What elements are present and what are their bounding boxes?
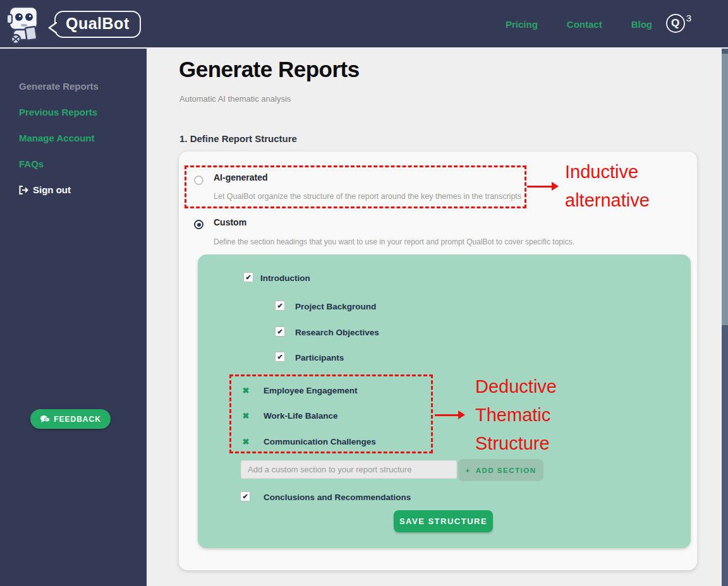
checkbox-conclusions[interactable]: ✔ <box>240 491 250 501</box>
checkbox-participants[interactable]: ✔ <box>275 352 285 362</box>
nav-link-contact[interactable]: Contact <box>567 19 602 30</box>
vertical-scrollbar[interactable] <box>722 49 728 586</box>
custom-structure-panel: ✔ Introduction ✔ Project Background ✔ Re… <box>198 254 691 548</box>
custom-section-work-life-balance: Work-Life Balance <box>264 411 338 421</box>
checkbox-project-background[interactable]: ✔ <box>275 301 285 311</box>
brand[interactable]: QualBot <box>5 3 141 45</box>
radio-ai-generated-description: Let QualBot organize the structure of th… <box>214 192 521 201</box>
annotation-inductive-arrow-icon <box>527 186 552 188</box>
credits-badge[interactable]: Q 3 <box>666 14 691 33</box>
radio-custom-label: Custom <box>214 217 246 227</box>
q-coin-icon: Q <box>666 14 685 33</box>
checkbox-participants-label: Participants <box>295 353 344 362</box>
remove-section-icon[interactable]: ✖ <box>241 436 251 446</box>
annotation-inductive-label: Inductive alternative <box>565 158 669 215</box>
checkbox-research-objectives-label: Research Objectives <box>295 328 379 337</box>
top-navbar: QualBot Pricing Contact Blog Q 3 <box>0 0 728 49</box>
radio-custom-description: Define the section headings that you wan… <box>214 237 574 246</box>
feedback-button[interactable]: FEEDBACK <box>30 409 111 429</box>
annotation-deductive-arrow-icon <box>435 414 459 416</box>
checkbox-research-objectives[interactable]: ✔ <box>275 326 285 337</box>
nav-link-blog[interactable]: Blog <box>631 19 652 30</box>
checkbox-project-background-label: Project Background <box>295 302 376 311</box>
app-window: QualBot Pricing Contact Blog Q 3 Generat… <box>0 0 728 586</box>
sidebar: Generate Reports Previous Reports Manage… <box>0 49 147 586</box>
check-icon: ✔ <box>277 328 282 336</box>
check-icon: ✔ <box>277 353 282 361</box>
credits-count: 3 <box>686 13 691 23</box>
custom-section-communication-challenges: Communication Challenges <box>264 437 376 446</box>
add-section-input[interactable] <box>241 460 457 479</box>
nav-link-pricing[interactable]: Pricing <box>506 19 538 30</box>
check-icon: ✔ <box>242 493 248 501</box>
qualbot-robot-icon <box>5 3 46 45</box>
custom-section-employee-engagement: Employee Engagement <box>264 386 358 395</box>
section-heading: 1. Define Report Structure <box>179 133 297 144</box>
radio-ai-generated[interactable] <box>194 176 203 185</box>
radio-ai-generated-label: AI-generated <box>214 172 268 182</box>
radio-custom[interactable] <box>194 220 203 229</box>
page-subtitle: Automatic AI thematic analysis <box>179 94 291 104</box>
annotation-deductive-label: Deductive Thematic Structure <box>475 373 576 458</box>
brand-speech-bubble: QualBot <box>54 11 141 38</box>
remove-section-icon[interactable]: ✖ <box>241 410 251 421</box>
page-title: Generate Reports <box>179 57 360 82</box>
speech-bubble-tail-icon <box>48 22 57 33</box>
brand-name: QualBot <box>66 15 130 32</box>
x-icon: ✖ <box>243 411 250 421</box>
scrollbar-thumb[interactable] <box>722 54 728 325</box>
add-section-button[interactable]: + ADD SECTION <box>458 459 543 481</box>
sidebar-item-previous-reports[interactable]: Previous Reports <box>19 107 97 117</box>
sign-out-label: Sign out <box>33 184 71 195</box>
check-icon: ✔ <box>245 273 251 282</box>
plus-icon: + <box>466 467 471 474</box>
navbar-links: Pricing Contact Blog <box>506 0 652 49</box>
check-icon: ✔ <box>277 302 282 310</box>
sidebar-item-faqs[interactable]: FAQs <box>19 158 44 169</box>
save-structure-label: SAVE STRUCTURE <box>399 517 487 526</box>
checkbox-introduction[interactable]: ✔ <box>243 272 253 282</box>
feedback-chat-icon <box>40 415 50 423</box>
save-structure-button[interactable]: SAVE STRUCTURE <box>394 510 493 532</box>
sidebar-item-sign-out[interactable]: Sign out <box>19 184 71 195</box>
checkbox-conclusions-label: Conclusions and Recommendations <box>264 493 411 502</box>
x-icon: ✖ <box>243 437 250 446</box>
sign-out-icon <box>19 186 28 194</box>
sidebar-item-manage-account[interactable]: Manage Account <box>19 133 94 143</box>
remove-section-icon[interactable]: ✖ <box>241 385 251 395</box>
x-icon: ✖ <box>243 386 250 395</box>
feedback-label: FEEDBACK <box>54 415 101 424</box>
sidebar-item-generate-reports[interactable]: Generate Reports <box>19 81 99 92</box>
add-section-label: ADD SECTION <box>476 467 537 474</box>
checkbox-introduction-label: Introduction <box>260 273 310 283</box>
